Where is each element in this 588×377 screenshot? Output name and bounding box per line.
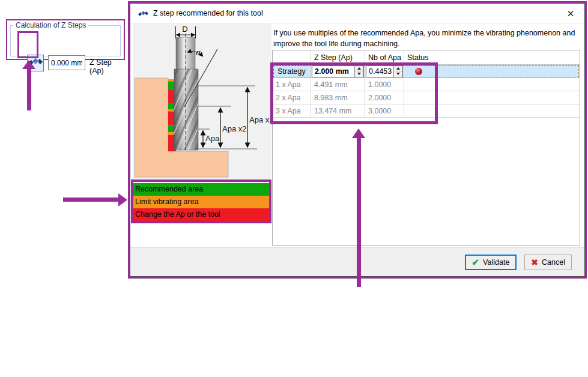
annotation-arrow-right-legend	[118, 193, 127, 207]
dialog-title-bar: Z step recommended for this tool ✕	[130, 4, 584, 23]
table-row-3xapa[interactable]: 3 x Apa 13.474 mm 3.0000	[273, 104, 580, 118]
table-row-2xapa[interactable]: 2 x Apa 8.983 mm 2.0000	[273, 91, 580, 104]
legend-box: Recommended area Limit vibrating area Ch…	[131, 179, 271, 223]
header-blank	[273, 50, 311, 64]
close-icon[interactable]: ✕	[564, 7, 577, 20]
spinner-down-icon[interactable]	[355, 71, 363, 77]
z-step-spinner[interactable]	[354, 66, 363, 77]
annotation-arrow-up-icon-shaft	[27, 68, 31, 110]
z-step-editor[interactable]: 2.000 mm	[312, 65, 364, 77]
apa-x2-label: Apa x2	[222, 124, 246, 133]
table-row-strategy[interactable]: Strategy 2.000 mm 0.4453	[273, 65, 580, 78]
spinner-up-icon[interactable]	[394, 66, 402, 72]
check-icon: ✔	[472, 258, 480, 267]
group-box-frame	[10, 25, 121, 56]
z-step-label: Z Step (Ap)	[89, 58, 124, 75]
legend-recommended: Recommended area	[133, 183, 269, 196]
calculation-z-steps-panel: Calculation of Z Steps Z Step (Ap)	[6, 19, 125, 60]
legend-change-ap: Change the Ap or the tool	[133, 208, 269, 221]
tool-diagram: D α Apa Apa x2	[133, 23, 271, 179]
table-row-1xapa[interactable]: 1 x Apa 4.491 mm 1.0000	[273, 78, 580, 91]
validate-button[interactable]: ✔ Validate	[465, 255, 517, 270]
group-box-title: Calculation of Z Steps	[13, 21, 88, 29]
header-z-step: Z Step (Ap)	[311, 50, 365, 64]
status-red-ball-icon	[415, 68, 422, 75]
annotation-arrow-right-legend-shaft	[63, 198, 119, 202]
nb-apa-editor[interactable]: 0.4453	[366, 65, 403, 77]
legend-limit-vibrating: Limit vibrating area	[133, 196, 269, 208]
apa-x3-label: Apa x3	[249, 115, 271, 124]
handshake-icon	[138, 8, 148, 19]
dialog-description: If you use multiples of the recommended …	[273, 28, 583, 49]
screenshot-root: Calculation of Z Steps Z Step (Ap)	[0, 0, 588, 377]
row-label: Strategy	[273, 65, 311, 77]
nb-apa-spinner[interactable]	[393, 66, 402, 77]
header-status: Status	[404, 50, 580, 64]
header-nb-of-apa: Nb of Apa	[365, 50, 404, 64]
x-icon: ✖	[531, 258, 538, 267]
d-label: D	[182, 25, 187, 34]
cancel-button[interactable]: ✖ Cancel	[524, 255, 572, 270]
table-header-row: Z Step (Ap) Nb of Apa Status	[273, 50, 580, 65]
apa-label: Apa	[205, 134, 220, 143]
apa-table: Z Step (Ap) Nb of Apa Status Strategy 2.…	[272, 50, 580, 246]
alpha-label: α	[196, 48, 201, 57]
z-step-input[interactable]	[48, 55, 85, 70]
spinner-up-icon[interactable]	[355, 66, 363, 72]
annotation-arrow-up-table-shaft	[357, 137, 361, 287]
dialog-title: Z step recommended for this tool	[153, 9, 263, 17]
spinner-down-icon[interactable]	[394, 71, 402, 77]
